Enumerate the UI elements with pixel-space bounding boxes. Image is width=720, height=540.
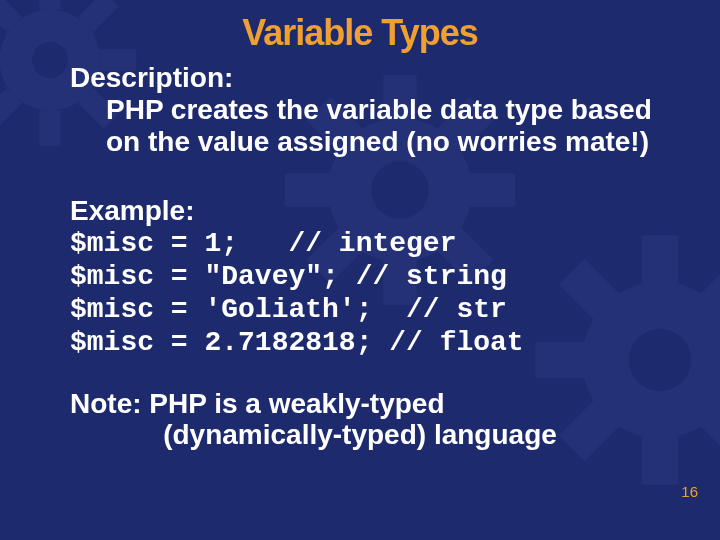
code-block: $misc = 1; // integer $misc = "Davey"; /… bbox=[70, 227, 690, 359]
slide-title: Variable Types bbox=[30, 12, 690, 54]
description-text: PHP creates the variable data type based… bbox=[70, 94, 690, 158]
page-number: 16 bbox=[681, 483, 698, 500]
slide: Variable Types Description: PHP creates … bbox=[0, 0, 720, 540]
description-label: Description: bbox=[70, 62, 690, 94]
code-line: $misc = 2.7182818; // float bbox=[70, 327, 524, 358]
slide-body: Description: PHP creates the variable da… bbox=[70, 62, 690, 450]
code-line: $misc = 1; // integer bbox=[70, 228, 456, 259]
code-line: $misc = 'Goliath'; // str bbox=[70, 294, 507, 325]
note-line-1: Note: PHP is a weakly-typed bbox=[70, 389, 690, 420]
code-line: $misc = "Davey"; // string bbox=[70, 261, 507, 292]
note-line-2: (dynamically-typed) language bbox=[30, 420, 690, 451]
example-label: Example: bbox=[70, 195, 690, 227]
